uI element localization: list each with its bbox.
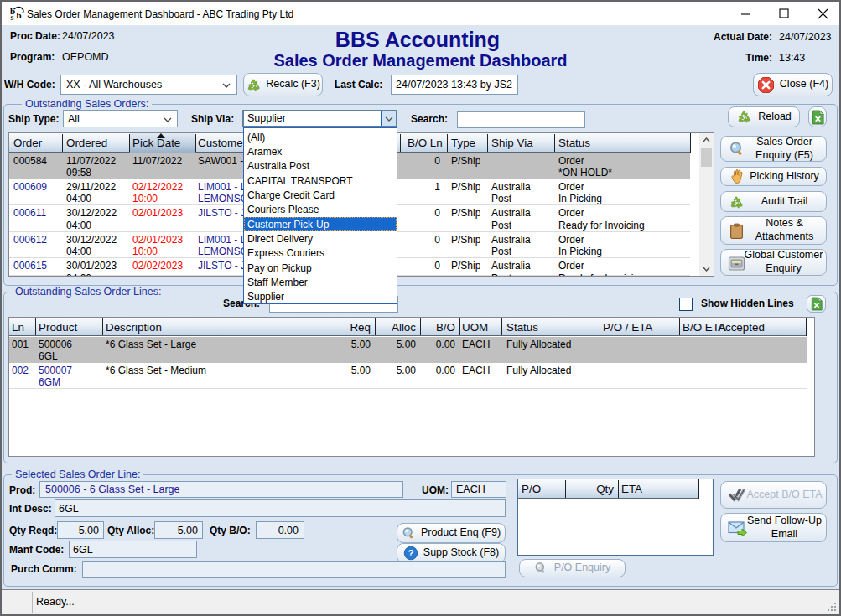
svg-text:s: s <box>11 13 14 21</box>
svg-text:b: b <box>17 10 22 20</box>
svg-text:?: ? <box>408 548 413 558</box>
